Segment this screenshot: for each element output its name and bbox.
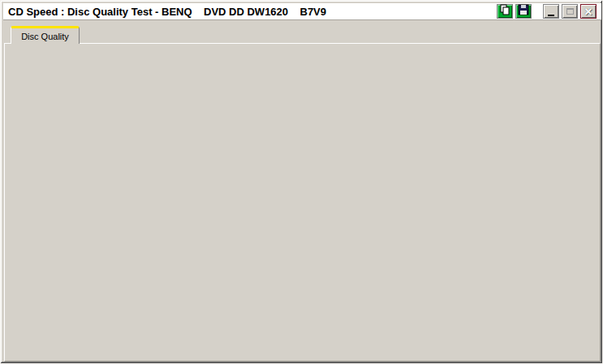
minimize-button[interactable] bbox=[543, 4, 559, 19]
titlebar: CD Speed : Disc Quality Test - BENQ DVD … bbox=[3, 3, 601, 20]
app-window: CD Speed : Disc Quality Test - BENQ DVD … bbox=[0, 0, 603, 364]
main-panel bbox=[4, 43, 601, 362]
tab-label: Disc Quality bbox=[21, 32, 69, 41]
tab-disc-quality[interactable]: Disc Quality bbox=[11, 26, 80, 44]
maximize-button[interactable] bbox=[562, 4, 578, 19]
copy-icon bbox=[499, 4, 510, 19]
close-icon: ✕ bbox=[584, 6, 593, 17]
save-icon bbox=[518, 4, 529, 19]
titlebar-buttons: ✕ bbox=[497, 4, 601, 19]
window-title: CD Speed : Disc Quality Test - BENQ DVD … bbox=[3, 6, 326, 18]
minimize-icon bbox=[548, 15, 554, 16]
maximize-icon bbox=[566, 8, 574, 15]
copy-button[interactable] bbox=[497, 4, 513, 19]
save-button[interactable] bbox=[515, 4, 532, 19]
close-button[interactable]: ✕ bbox=[580, 4, 597, 19]
